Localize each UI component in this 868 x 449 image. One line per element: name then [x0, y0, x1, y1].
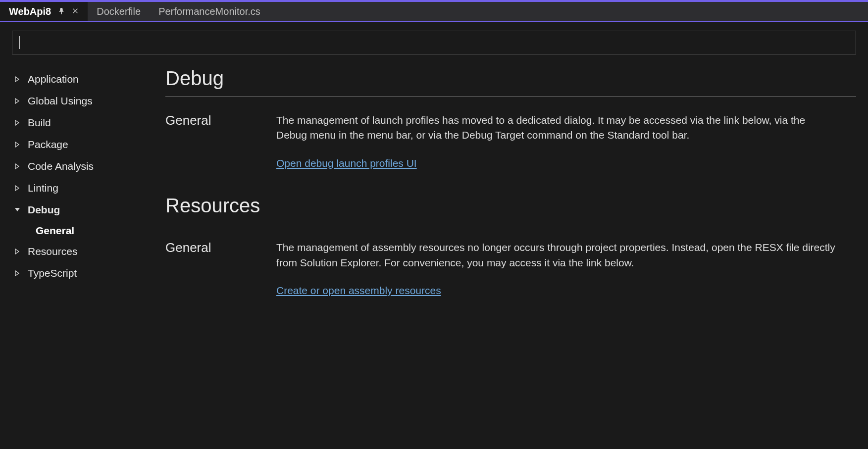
tab-dockerfile[interactable]: Dockerfile: [88, 2, 150, 21]
open-launch-profiles-link[interactable]: Open debug launch profiles UI: [276, 156, 417, 171]
sidebar-nav: Application Global Usings Build Package …: [12, 64, 160, 449]
tab-bar: WebApi8 Dockerfile PerformanceMonitor.cs: [0, 0, 868, 22]
chevron-right-icon: [14, 142, 21, 148]
section-resources: Resources General The management of asse…: [165, 195, 856, 298]
sidebar-item-global-usings[interactable]: Global Usings: [12, 90, 160, 112]
chevron-right-icon: [14, 98, 21, 104]
chevron-right-icon: [14, 270, 21, 276]
sidebar-item-code-analysis[interactable]: Code Analysis: [12, 155, 160, 177]
section-row-label: General: [165, 240, 264, 298]
chevron-right-icon: [14, 185, 21, 191]
sidebar-item-build[interactable]: Build: [12, 112, 160, 134]
chevron-right-icon: [14, 120, 21, 126]
sidebar-item-application[interactable]: Application: [12, 68, 160, 90]
sidebar-item-resources[interactable]: Resources: [12, 241, 160, 262]
sidebar-item-label: Code Analysis: [28, 160, 94, 172]
section-row-text: The management of assembly resources no …: [276, 242, 835, 268]
sidebar-item-label: Debug: [28, 204, 60, 216]
chevron-right-icon: [14, 76, 21, 82]
open-assembly-resources-link[interactable]: Create or open assembly resources: [276, 283, 441, 298]
sidebar-item-package[interactable]: Package: [12, 134, 160, 155]
pin-icon[interactable]: [58, 7, 65, 16]
tab-label: Dockerfile: [97, 6, 141, 17]
chevron-down-icon: [14, 207, 21, 212]
section-debug: Debug General The management of launch p…: [165, 67, 856, 171]
tab-performancemonitor[interactable]: PerformanceMonitor.cs: [150, 2, 269, 21]
sidebar-item-label: Global Usings: [28, 95, 93, 107]
divider: [165, 97, 856, 97]
tab-webapi8[interactable]: WebApi8: [0, 2, 88, 21]
sidebar-subitem-label: General: [36, 225, 74, 236]
sidebar-subitem-general[interactable]: General: [12, 221, 160, 241]
search-input[interactable]: [12, 31, 856, 54]
close-icon[interactable]: [72, 7, 79, 16]
chevron-right-icon: [14, 163, 21, 169]
main-area: Application Global Usings Build Package …: [12, 64, 856, 449]
sidebar-item-label: Application: [28, 73, 79, 85]
sidebar-item-label: Resources: [28, 246, 77, 257]
sidebar-item-linting[interactable]: Linting: [12, 177, 160, 199]
tab-label: WebApi8: [9, 6, 51, 17]
text-cursor: [19, 36, 20, 49]
content-pane: Debug General The management of launch p…: [160, 64, 856, 449]
section-title: Resources: [165, 195, 856, 217]
sidebar-item-label: Package: [28, 139, 68, 150]
section-title: Debug: [165, 67, 856, 90]
section-row-text: The management of launch profiles has mo…: [276, 114, 805, 141]
section-row-label: General: [165, 113, 264, 171]
tab-label: PerformanceMonitor.cs: [158, 6, 260, 17]
divider: [165, 224, 856, 224]
sidebar-item-typescript[interactable]: TypeScript: [12, 262, 160, 284]
section-row-body: The management of assembly resources no …: [276, 240, 856, 298]
section-row-body: The management of launch profiles has mo…: [276, 113, 856, 171]
sidebar-item-label: Linting: [28, 182, 58, 194]
section-row-general: General The management of launch profile…: [165, 113, 856, 171]
section-row-general: General The management of assembly resou…: [165, 240, 856, 298]
chevron-right-icon: [14, 249, 21, 254]
sidebar-item-label: Build: [28, 117, 51, 129]
sidebar-item-debug[interactable]: Debug: [12, 199, 160, 221]
properties-page: Application Global Usings Build Package …: [0, 22, 868, 449]
sidebar-item-label: TypeScript: [28, 267, 77, 279]
